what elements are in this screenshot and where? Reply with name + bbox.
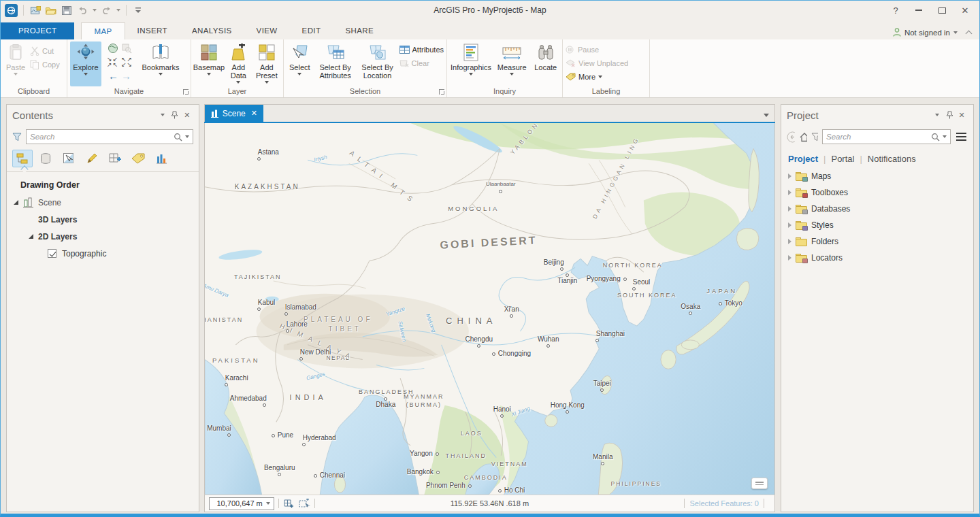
- redo-dropdown-caret-icon[interactable]: [116, 9, 120, 12]
- tree-item-scene[interactable]: Scene: [7, 194, 199, 211]
- contents-pin-icon[interactable]: [169, 109, 181, 121]
- collapsed-arrow-icon[interactable]: [788, 239, 791, 244]
- collapsed-arrow-icon[interactable]: [788, 173, 791, 179]
- list-by-snapping-icon[interactable]: [105, 150, 125, 167]
- search-icon[interactable]: [174, 133, 182, 141]
- project-panel: Project ✕ Project | Portal: [781, 104, 974, 512]
- collapsed-arrow-icon[interactable]: [788, 255, 791, 261]
- project-search-box[interactable]: [822, 129, 951, 144]
- tab-map[interactable]: MAP: [81, 22, 125, 39]
- select-button[interactable]: Select: [287, 41, 313, 86]
- collapse-ribbon-icon[interactable]: [966, 30, 973, 37]
- project-search-input[interactable]: [826, 133, 931, 141]
- tree-item-2d-layers[interactable]: 2D Layers: [7, 228, 199, 245]
- open-project-icon[interactable]: [45, 4, 57, 16]
- project-item-styles[interactable]: Styles: [781, 217, 973, 233]
- tab-portal[interactable]: Portal: [831, 154, 854, 164]
- project-item-toolboxes[interactable]: Toolboxes: [781, 184, 973, 201]
- select-by-location-button[interactable]: Select By Location: [358, 41, 397, 86]
- collapsed-arrow-icon[interactable]: [788, 222, 791, 228]
- tag-icon: [566, 73, 576, 81]
- map-attribution-button[interactable]: [751, 478, 768, 489]
- collapsed-arrow-icon[interactable]: [788, 190, 791, 195]
- customize-toolbar-icon[interactable]: [132, 4, 144, 16]
- full-extent-icon[interactable]: [108, 43, 118, 54]
- basemap-button[interactable]: Basemap: [194, 41, 224, 86]
- project-close-icon[interactable]: ✕: [956, 109, 968, 121]
- project-item-maps[interactable]: Maps: [781, 168, 973, 184]
- contents-close-icon[interactable]: ✕: [181, 109, 193, 121]
- bookmarks-button[interactable]: Bookmarks: [138, 41, 183, 86]
- add-data-button[interactable]: Add Data: [226, 41, 251, 86]
- previous-extent-icon[interactable]: ←: [108, 70, 118, 82]
- sign-in-status[interactable]: Not signed in: [893, 28, 973, 37]
- tree-item-topographic[interactable]: Topographic: [7, 245, 199, 262]
- topographic-checkbox[interactable]: [48, 249, 56, 258]
- more-labeling-button[interactable]: More: [566, 70, 628, 84]
- next-extent-icon[interactable]: →: [121, 70, 131, 82]
- attributes-button[interactable]: Attributes: [399, 43, 444, 56]
- list-by-drawing-order-icon[interactable]: [12, 150, 33, 167]
- list-by-selection-icon[interactable]: [59, 150, 79, 167]
- project-item-databases[interactable]: Databases: [781, 201, 973, 217]
- new-project-icon[interactable]: [29, 4, 42, 16]
- expanded-arrow-icon[interactable]: [14, 200, 18, 205]
- tab-insert[interactable]: INSERT: [125, 22, 180, 39]
- expanded-arrow-icon[interactable]: [29, 234, 33, 239]
- ribbon-group-navigate: Explore ↘↙ ↗↖ ↖↗ ↙↘ ← →: [67, 39, 191, 97]
- scale-selector[interactable]: 10,700,647 m: [209, 497, 274, 510]
- add-preset-button[interactable]: Add Preset: [253, 41, 280, 86]
- explore-button[interactable]: Explore: [70, 41, 101, 86]
- snapping-toggle-icon[interactable]: [283, 499, 294, 509]
- list-by-data-source-icon[interactable]: [35, 150, 56, 167]
- search-options-caret-icon[interactable]: [943, 135, 947, 138]
- home-icon[interactable]: [799, 132, 807, 142]
- tab-edit[interactable]: EDIT: [290, 22, 333, 39]
- list-by-editing-icon[interactable]: [82, 150, 102, 167]
- tab-project-pane[interactable]: Project: [788, 154, 818, 164]
- tab-notifications[interactable]: Notifications: [868, 154, 916, 164]
- infographics-button[interactable]: Infographics: [450, 41, 492, 86]
- fixed-zoom-in-icon[interactable]: ↘↙ ↗↖: [107, 56, 118, 67]
- collapsed-arrow-icon[interactable]: [788, 206, 791, 212]
- selected-features-readout[interactable]: Selected Features: 0: [679, 499, 769, 508]
- map-status-bar: 10,700,647 m 115.92E 53.46N .618 m Selec…: [204, 495, 775, 512]
- maximize-button[interactable]: [932, 3, 952, 18]
- paste-button: Paste: [3, 41, 28, 86]
- save-project-icon[interactable]: [61, 4, 73, 16]
- view-list-caret-icon[interactable]: [764, 114, 769, 117]
- select-mode-icon[interactable]: [298, 499, 310, 509]
- project-item-folders[interactable]: Folders: [781, 233, 973, 250]
- map-canvas[interactable]: KAZAKHSTANMONGOLIACHINATAJIKISTANHANISTA…: [204, 123, 775, 495]
- project-pin-icon[interactable]: [943, 109, 956, 121]
- contents-search-box[interactable]: [26, 129, 193, 144]
- contents-menu-caret-icon[interactable]: [157, 109, 169, 121]
- tab-share[interactable]: SHARE: [333, 22, 386, 39]
- selection-dialog-launcher-icon[interactable]: [439, 89, 444, 95]
- tab-analysis[interactable]: ANALYSIS: [180, 22, 244, 39]
- measure-button[interactable]: Measure: [494, 41, 529, 86]
- navigate-dialog-launcher-icon[interactable]: [183, 89, 189, 95]
- tab-project[interactable]: PROJECT: [1, 22, 74, 39]
- select-by-attributes-button[interactable]: Select By Attributes: [315, 41, 356, 86]
- project-menu-caret-icon[interactable]: [931, 109, 943, 121]
- filter-icon[interactable]: [12, 133, 22, 141]
- minimize-button[interactable]: [909, 3, 929, 18]
- fixed-zoom-out-icon[interactable]: ↖↗ ↙↘: [121, 56, 133, 67]
- help-button[interactable]: ?: [885, 3, 906, 18]
- search-options-caret-icon[interactable]: [185, 135, 189, 138]
- tab-view[interactable]: VIEW: [244, 22, 290, 39]
- list-by-labeling-icon[interactable]: [128, 150, 148, 167]
- contents-search-input[interactable]: [30, 133, 174, 141]
- scene-view-tab[interactable]: Scene ✕: [205, 105, 263, 122]
- search-icon[interactable]: [931, 133, 940, 141]
- tree-item-3d-layers[interactable]: 3D Layers: [7, 211, 199, 228]
- project-item-locators[interactable]: Locators: [781, 250, 973, 266]
- list-by-charts-icon[interactable]: [151, 150, 172, 167]
- undo-dropdown-caret-icon[interactable]: [93, 9, 97, 12]
- filter-icon[interactable]: [811, 133, 818, 141]
- close-view-icon[interactable]: ✕: [251, 109, 257, 118]
- panel-menu-icon[interactable]: [955, 131, 968, 142]
- close-button[interactable]: ✕: [955, 3, 975, 18]
- locate-button[interactable]: Locate: [532, 41, 559, 86]
